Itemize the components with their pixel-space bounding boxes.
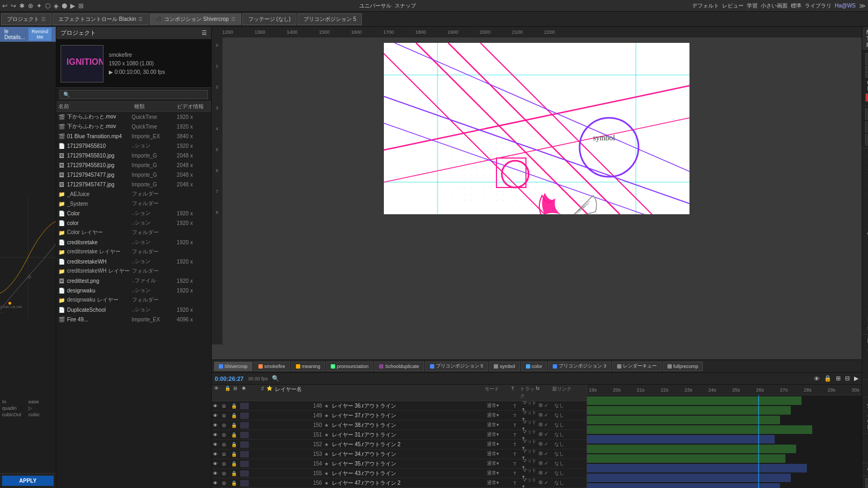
tab-project[interactable]: プロジェクト ☰ bbox=[1, 13, 51, 25]
layer-vis-icon[interactable]: 👁 bbox=[213, 403, 221, 409]
layer-star-icon[interactable]: ★ bbox=[324, 413, 332, 418]
toolbar-icon-10[interactable]: ⊞ bbox=[78, 2, 84, 10]
layer-vis-icon[interactable]: 👁 bbox=[213, 432, 221, 438]
toolbar-icon-4[interactable]: ⊕ bbox=[28, 2, 33, 10]
layer-label-icon[interactable] bbox=[240, 480, 249, 486]
panel-tracker[interactable]: トラッカー bbox=[865, 275, 868, 315]
layer-label-icon[interactable] bbox=[240, 441, 249, 448]
layer-label-icon[interactable] bbox=[240, 470, 249, 477]
layer-solo-icon[interactable]: ⊙ bbox=[222, 481, 231, 486]
layer-star-icon[interactable]: ★ bbox=[324, 471, 332, 476]
toolbar-icon-1[interactable]: ↩ bbox=[2, 2, 8, 10]
toolbar-snap[interactable]: スナップ bbox=[395, 2, 416, 10]
project-list-item[interactable]: 🎬 Fire 49... Importe_EX 4096 x bbox=[56, 314, 211, 324]
toolbar-expand[interactable]: ≫ bbox=[859, 2, 866, 10]
timeline-tab-10[interactable]: fullprecomp bbox=[663, 362, 703, 371]
project-list-item[interactable]: 📄 designwaku ..ション 1920 x bbox=[56, 286, 211, 295]
layer-solo-icon[interactable]: ⊙ bbox=[222, 432, 231, 438]
project-list-item[interactable]: 📄 creditsretakeWH ..ション 1920 x bbox=[56, 257, 211, 266]
toolbar-small[interactable]: 小さい画面 bbox=[761, 2, 788, 10]
layer-lock-icon[interactable]: 🔒 bbox=[231, 413, 240, 418]
project-list-item[interactable]: 🖼 1712979455810.jpg Importe_G 2048 x bbox=[56, 160, 211, 170]
layer-vis-icon[interactable]: 👁 bbox=[213, 413, 221, 418]
layer-solo-icon[interactable]: ⊙ bbox=[222, 423, 231, 428]
toolbar-icon-7[interactable]: ◈ bbox=[54, 2, 58, 10]
timeline-tab-6[interactable]: symbol bbox=[489, 362, 520, 371]
project-list-item[interactable]: 📁 _System フォルダー bbox=[56, 199, 211, 208]
layer-lock-icon[interactable]: 🔒 bbox=[231, 471, 240, 476]
toolbar-default[interactable]: デフォルト bbox=[692, 2, 719, 10]
swatch-1[interactable] bbox=[865, 108, 866, 120]
project-list-item[interactable]: 🖼 1712979457477.jpg Importe_G 2048 x bbox=[56, 170, 211, 179]
layer-solo-icon[interactable]: ⊙ bbox=[222, 413, 231, 418]
project-list-item[interactable]: 📁 Color レイヤー フォルダー bbox=[56, 228, 211, 237]
project-list-item[interactable]: 🖼 1712979455810.jpg Importe_G 2048 x bbox=[56, 151, 211, 160]
project-list-item[interactable]: 📄 1712979455810 ..ション 1920 x bbox=[56, 141, 211, 151]
project-list-item[interactable]: 📁 creditsretake レイヤー フォルダー bbox=[56, 247, 211, 257]
panel-paint[interactable]: ペイント bbox=[865, 345, 868, 377]
panel-cclibrary[interactable]: CC ライブラリ bbox=[865, 230, 868, 275]
panel-align[interactable]: 整列 bbox=[865, 315, 868, 332]
panel-preview[interactable]: プレビュー bbox=[865, 190, 868, 230]
layer-solo-icon[interactable]: ⊙ bbox=[222, 403, 231, 409]
layer-star-icon[interactable]: ★ bbox=[324, 423, 332, 428]
project-list-item[interactable]: 📁 creditsretakeWH レイヤー フォルダー bbox=[56, 266, 211, 276]
tab-footage[interactable]: フッテージ (なし) bbox=[242, 13, 296, 25]
timeline-tab-5[interactable]: プリコンポジション 5 bbox=[425, 362, 488, 371]
mt-btn-9[interactable]: ✕ bbox=[865, 93, 868, 102]
tab-effect-control[interactable]: エフェクトコントロール Blackin ☰ bbox=[53, 13, 149, 25]
layer-star-icon[interactable]: ★ bbox=[324, 403, 332, 409]
project-list-item[interactable]: 📄 Color ..ション 1920 x bbox=[56, 208, 211, 218]
layer-star-icon[interactable]: ★ bbox=[324, 461, 332, 467]
tl-icon-4[interactable]: ⊟ bbox=[845, 375, 850, 382]
layer-vis-icon[interactable]: 👁 bbox=[213, 481, 221, 486]
toolbar-icon-6[interactable]: ⬡ bbox=[45, 2, 50, 10]
toolbar-universal[interactable]: ユニバーサル bbox=[359, 2, 391, 10]
toolbar-standard[interactable]: 標準 bbox=[791, 2, 802, 10]
layer-vis-icon[interactable]: 👁 bbox=[213, 452, 221, 457]
panel-audio[interactable]: オーディオ bbox=[865, 151, 868, 190]
tl-icon-2[interactable]: 🔒 bbox=[824, 375, 832, 382]
toolbar-icon-2[interactable]: ↪ bbox=[11, 2, 16, 10]
project-list-item[interactable]: 🎬 01 Blue Transition.mp4 Importe_EX 3840… bbox=[56, 131, 211, 141]
layer-lock-icon[interactable]: 🔒 bbox=[231, 452, 240, 457]
layer-vis-icon[interactable]: 👁 bbox=[213, 461, 221, 467]
layer-vis-icon[interactable]: 👁 bbox=[213, 423, 221, 428]
layer-label-icon[interactable] bbox=[240, 403, 249, 409]
project-list-item[interactable]: 📄 color ..ション 1920 x bbox=[56, 218, 211, 228]
toolbar-icon-8[interactable]: ⬢ bbox=[62, 2, 67, 10]
timeline-tab-7[interactable]: color bbox=[521, 362, 547, 371]
layer-lock-icon[interactable]: 🔒 bbox=[231, 432, 240, 438]
toolbar-learn[interactable]: 学習 bbox=[747, 2, 758, 10]
layer-star-icon[interactable]: ★ bbox=[324, 442, 332, 447]
tab-project-menu[interactable]: ☰ bbox=[41, 17, 46, 22]
timeline-tab-8[interactable]: プリコンポジション 3 bbox=[548, 362, 611, 371]
timeline-tab-3[interactable]: pronounciation bbox=[326, 362, 373, 371]
toolbar-workspace[interactable]: Ha@WS bbox=[835, 3, 856, 9]
layer-lock-icon[interactable]: 🔒 bbox=[231, 442, 240, 447]
layer-label-icon[interactable] bbox=[240, 412, 249, 419]
layer-solo-icon[interactable]: ⊙ bbox=[222, 442, 231, 447]
project-list-item[interactable]: 📁 _AEJuice フォルダー bbox=[56, 189, 211, 199]
project-list-item[interactable]: 🖼 1712979457477.jpg Importe_G 2048 x bbox=[56, 179, 211, 189]
project-list-item[interactable]: 📁 designwaku レイヤー フォルダー bbox=[56, 295, 211, 305]
layer-solo-icon[interactable]: ⊙ bbox=[222, 471, 231, 476]
panel-aejuice-label[interactable]: AEJuice Tools - Copy Ease bbox=[865, 400, 868, 431]
tab-composition[interactable]: ⬛ コンポジション Shivercrop ☰ bbox=[150, 13, 241, 25]
layer-solo-icon[interactable]: ⊙ bbox=[222, 452, 231, 457]
panel-gg-label[interactable]: GG_Bunkai bbox=[865, 466, 868, 474]
layer-star-icon[interactable]: ★ bbox=[324, 452, 332, 457]
layer-lock-icon[interactable]: 🔒 bbox=[231, 461, 240, 467]
tl-time-display[interactable]: 0:00:26:27 bbox=[215, 376, 244, 382]
project-list-item[interactable]: 📄 creditsretake ..ション 1920 x bbox=[56, 237, 211, 247]
layer-star-icon[interactable]: ★ bbox=[324, 432, 332, 438]
timeline-tab-0[interactable]: Shivercrop bbox=[214, 362, 253, 371]
layer-lock-icon[interactable]: 🔒 bbox=[231, 423, 240, 428]
project-search-input[interactable] bbox=[60, 90, 208, 99]
mt-btn-1[interactable]: ▷| bbox=[865, 53, 868, 65]
viewer-canvas[interactable]: 1200130014001500160017001800190020002100… bbox=[212, 27, 862, 359]
layer-lock-icon[interactable]: 🔒 bbox=[231, 403, 240, 409]
tab-comp-close[interactable]: ☰ bbox=[231, 17, 235, 22]
swatch-9[interactable] bbox=[865, 134, 866, 146]
project-list-item[interactable]: 📄 DuplicateSchool ..ション 1920 x bbox=[56, 305, 211, 314]
